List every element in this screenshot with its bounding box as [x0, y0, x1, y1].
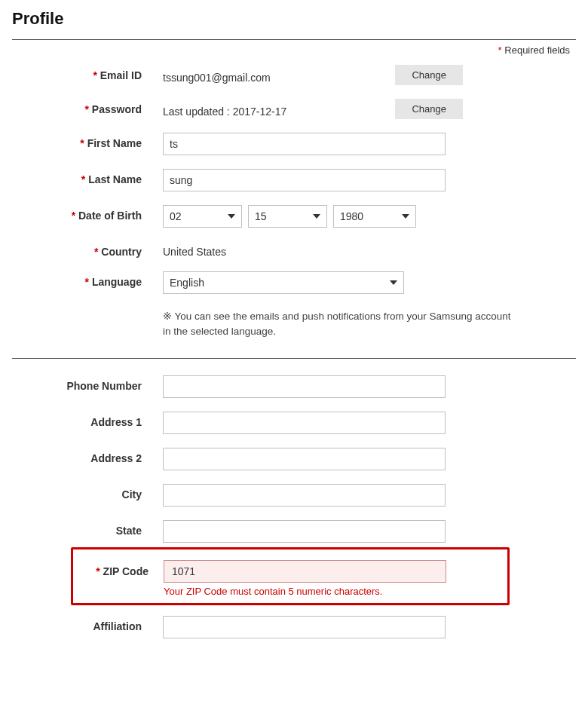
label-last-name: * Last Name [12, 169, 163, 185]
address2-input[interactable] [163, 448, 446, 470]
language-select[interactable]: English [163, 271, 404, 294]
page-title: Profile [12, 9, 576, 29]
language-helper-text: ※ You can see the emails and push notifi… [163, 309, 517, 340]
label-first-name: * First Name [12, 133, 163, 149]
label-password: * Password [12, 99, 163, 115]
label-affiliation: Affiliation [12, 616, 163, 632]
label-zip: * ZIP Code [81, 565, 164, 577]
affiliation-input[interactable] [163, 616, 446, 638]
label-state: State [12, 520, 163, 537]
divider-mid [12, 358, 576, 359]
value-email: tssung001@gmail.com [163, 67, 271, 84]
change-password-button[interactable]: Change [395, 99, 463, 119]
label-address2: Address 2 [12, 448, 163, 464]
dob-day-select[interactable]: 15 [248, 205, 327, 228]
label-address1: Address 1 [12, 412, 163, 428]
state-input[interactable] [163, 520, 446, 543]
change-email-button[interactable]: Change [395, 65, 463, 85]
zip-error-msg: Your ZIP Code must contain 5 numeric cha… [164, 586, 500, 597]
value-country: United States [163, 241, 226, 258]
label-email: * Email ID [12, 65, 163, 81]
label-language: * Language [12, 271, 163, 288]
first-name-input[interactable] [163, 133, 446, 155]
label-phone: Phone Number [12, 375, 163, 392]
zip-input[interactable] [164, 560, 446, 583]
dob-year-select[interactable]: 1980 [333, 205, 416, 228]
label-dob: * Date of Birth [12, 205, 163, 222]
label-country: * Country [12, 241, 163, 258]
value-password-info: Last updated : 2017-12-17 [163, 101, 286, 118]
zip-error-box: * ZIP Code Your ZIP Code must contain 5 … [71, 547, 510, 605]
city-input[interactable] [163, 484, 446, 507]
label-city: City [12, 484, 163, 500]
divider-top [12, 39, 576, 40]
phone-input[interactable] [163, 375, 446, 398]
required-fields-note: * Required fields [12, 44, 576, 56]
address1-input[interactable] [163, 412, 446, 434]
last-name-input[interactable] [163, 169, 446, 191]
dob-month-select[interactable]: 02 [163, 205, 242, 228]
